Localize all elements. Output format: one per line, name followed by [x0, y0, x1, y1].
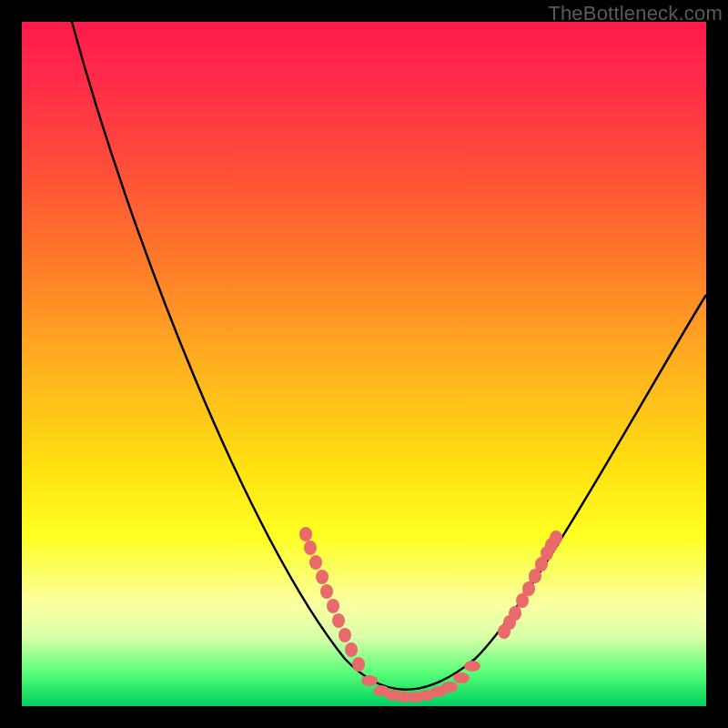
data-marker — [299, 527, 312, 541]
data-marker — [441, 682, 458, 693]
plot-area — [22, 22, 706, 706]
data-marker — [464, 661, 480, 672]
marker-group-left — [299, 527, 365, 672]
chart-container: TheBottleneck.com — [0, 0, 728, 728]
chart-svg — [22, 22, 706, 706]
data-marker — [550, 531, 562, 545]
data-marker — [316, 570, 329, 584]
bottleneck-curve — [72, 22, 706, 690]
data-marker — [327, 599, 339, 613]
data-marker — [309, 555, 322, 570]
data-marker — [345, 642, 358, 657]
data-marker — [304, 541, 317, 555]
data-marker — [332, 613, 345, 628]
data-marker — [320, 584, 333, 599]
data-marker — [352, 657, 365, 672]
watermark-text: TheBottleneck.com — [548, 2, 723, 25]
data-marker — [361, 675, 378, 686]
marker-group-trough — [361, 661, 480, 703]
data-marker — [339, 628, 351, 642]
data-marker — [453, 672, 470, 683]
